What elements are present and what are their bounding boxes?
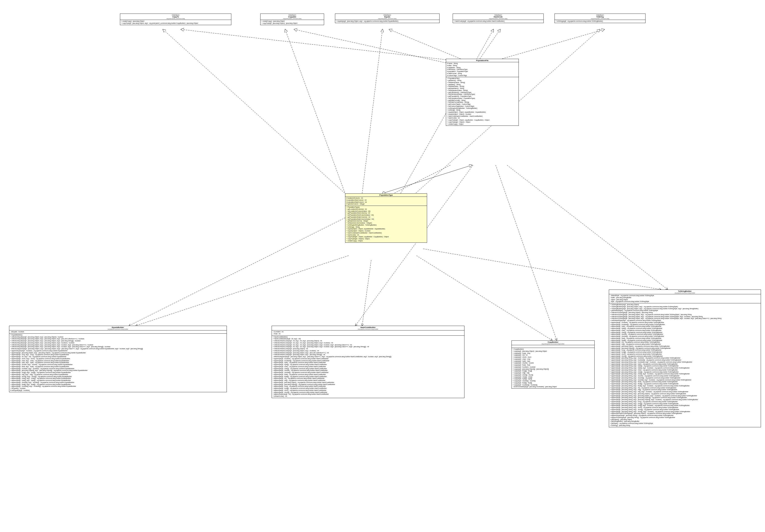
member: + append(arg0 : java.lang.String, arg1 :… bbox=[610, 365, 760, 367]
member: + setAlias(value : String) bbox=[447, 86, 518, 88]
member: + append(arg0 : java.lang.Object[]) : or… bbox=[273, 384, 463, 386]
package: org.jvnet.jaxb2_commons.lang bbox=[336, 18, 438, 19]
member: + reflectionEquals(arg0 : java.lang.Obje… bbox=[10, 344, 226, 346]
member: - iTotal : int bbox=[273, 333, 463, 335]
member: + append(arg0 : long) : org.apache.commo… bbox=[273, 386, 463, 388]
member: + append(arg0 : java.lang.String, arg1 :… bbox=[610, 361, 760, 363]
package: org.jvnet.jaxb2_commons.lang bbox=[454, 18, 542, 19]
member: + append(arg0 : float) : org.apache.comm… bbox=[610, 338, 760, 340]
member: + append(arg0 : double) : org.apache.com… bbox=[273, 370, 463, 372]
member: # customTags : CustomTags bbox=[447, 75, 518, 77]
svg-line-7 bbox=[362, 29, 382, 193]
member: + append(arg0 : int) : org.apache.common… bbox=[610, 341, 760, 343]
package: org.jvnet.jaxb2_commons.lang bbox=[556, 18, 644, 19]
class-name: HashCode bbox=[454, 16, 542, 18]
stereotype: «Interface» bbox=[556, 14, 644, 16]
member: # populationSizeColumn : int bbox=[346, 199, 426, 201]
member: + copy(arg0 : double) : double bbox=[513, 362, 593, 364]
member: + equals(object : Object, equalsBuilder … bbox=[346, 228, 426, 230]
member: + toString(toStringBuilder : ToStringBui… bbox=[346, 224, 426, 226]
member: + append(arg0 : int, arg1 : int) : org.a… bbox=[10, 356, 226, 358]
member: + setSeparator(value : String) bbox=[447, 90, 518, 92]
member: + copy(arg0 : short) : short bbox=[513, 356, 593, 358]
member: + append(arg0 : float[], arg1 : float[])… bbox=[10, 384, 226, 386]
member: + append(arg0 : char[], arg1 : char[]) :… bbox=[10, 378, 226, 380]
member: + append(arg0 : char[]) : org.apache.com… bbox=[273, 368, 463, 370]
member: + append(arg0 : java.lang.String, arg1 :… bbox=[610, 367, 760, 369]
class-name: Equals bbox=[336, 16, 438, 18]
member: + append(arg0 : short) : org.apache.comm… bbox=[273, 390, 463, 392]
class-equals: «Interface»Equalsorg.jvnet.jaxb2_commons… bbox=[335, 14, 439, 23]
member: # speciesColumn : Integer bbox=[346, 203, 426, 205]
member: + append(arg0 : byte[]) : org.apache.com… bbox=[273, 364, 463, 366]
member: + HashCodeBuilder(arg0 : int, arg1 : int… bbox=[273, 338, 463, 340]
svg-line-3 bbox=[480, 29, 500, 59]
member: + reflectionToString(arg0 : java.lang.Ob… bbox=[610, 314, 760, 316]
member: + reflectionHashCode(arg0 : java.lang.Ob… bbox=[273, 352, 463, 354]
member: + reflectionHashCode(arg0 : java.lang.Ob… bbox=[273, 348, 463, 350]
member: - style : org.apache.commons.lang.builde… bbox=[610, 301, 760, 303]
member: + getSeparator() : String bbox=[447, 88, 518, 90]
member: + setPopulationDateColumn(value : int) bbox=[346, 218, 426, 220]
member: + equals(object : Object) : boolean bbox=[346, 230, 426, 232]
member: + append(arg0 : boolean[]) : org.apache.… bbox=[610, 324, 760, 326]
member: + reflectionHashCode(arg0 : int, arg1 : … bbox=[273, 342, 463, 344]
member: + copy(arg0 : boolean[]) : boolean[] bbox=[513, 384, 593, 386]
member: + setDateFormat(value : String) bbox=[447, 101, 518, 103]
member: - iConstant : int bbox=[273, 331, 463, 333]
svg-line-6 bbox=[285, 29, 346, 197]
member: + append(arg0 : byte[]) : org.apache.com… bbox=[610, 328, 760, 330]
member: + append(arg0 : java.lang.Object) : org.… bbox=[610, 345, 760, 348]
member: + EqualsBuilder() bbox=[10, 334, 226, 336]
connectors bbox=[0, 0, 765, 532]
member: + toHashCode() : int bbox=[273, 396, 463, 398]
member: + reflectionHashCode(arg0 : int, arg1 : … bbox=[273, 344, 463, 346]
member: + append(arg0 : float) : org.apache.comm… bbox=[273, 374, 463, 376]
svg-line-18 bbox=[382, 165, 472, 193]
member: + appendSuper(arg0 : boolean) : org.apac… bbox=[10, 350, 226, 352]
methods: + PopulationFile()+ getName() : String+ … bbox=[446, 77, 518, 126]
member: + append(arg0 : double[]) : org.apache.c… bbox=[273, 372, 463, 374]
member: + isEquals() : boolean bbox=[10, 388, 226, 390]
stereotype: «Interface» bbox=[121, 14, 230, 16]
svg-line-2 bbox=[389, 29, 460, 59]
class-name: HashCodeBuilder bbox=[273, 326, 463, 329]
member: + copy(arg0 : byte[]) : byte[] bbox=[513, 378, 593, 380]
member: + getPopulation() : PopulationType bbox=[447, 96, 518, 98]
member: + append(arg0 : char) : org.apache.commo… bbox=[273, 366, 463, 368]
methods: + EqualsBuilder()+ reflectionEquals(arg0… bbox=[9, 334, 227, 392]
member: + append(arg0 : long) : org.apache.commo… bbox=[610, 349, 760, 351]
member: + reflectionEquals(arg0 : java.lang.Obje… bbox=[10, 342, 226, 344]
member: + copyTo(target : Object) : Object bbox=[346, 238, 426, 240]
svg-line-0 bbox=[181, 29, 448, 60]
member: # setEquals(arg0 : boolean) bbox=[10, 390, 226, 392]
methods: + HashCodeBuilder()+ HashCodeBuilder(arg… bbox=[272, 336, 464, 398]
member: + toString() : String bbox=[346, 226, 426, 228]
methods: + CopyBuilder()+ copy(arg0 : java.lang.O… bbox=[512, 348, 594, 389]
member: + copy(arg0 : float[]) : float[] bbox=[513, 382, 593, 384]
class-name: Copyable bbox=[262, 16, 323, 18]
member: + copy(arg0 : short[]) : short[] bbox=[513, 374, 593, 376]
member: + hashCode(hashCodeBuilder : HashCodeBui… bbox=[447, 116, 518, 118]
member: + equals(arg0 : java.lang.Object, arg1 :… bbox=[336, 20, 438, 22]
package: org.jvnet.jaxb2_commons.lang bbox=[121, 18, 230, 19]
stereotype: «Interface» bbox=[336, 14, 438, 16]
member: + append(arg0 : boolean, arg1 : boolean)… bbox=[10, 368, 226, 370]
methods: + createCopy() : java.lang.Object+ copyT… bbox=[120, 20, 231, 25]
member: + getSpeciesColumn() : Integer bbox=[346, 220, 426, 222]
member: # separator : String bbox=[447, 67, 518, 69]
member: + append(arg0 : byte) : org.apache.commo… bbox=[610, 326, 760, 328]
member: + append(arg0 : java.lang.String, arg1 :… bbox=[610, 379, 760, 381]
methods: + ToStringBuilder(arg0 : java.lang.Objec… bbox=[609, 303, 761, 427]
class-equalsbuilder: EqualsBuilderorg.apache.commons.lang.bui… bbox=[9, 326, 227, 392]
member: + append(arg0 : java.lang.String, arg1 :… bbox=[610, 395, 760, 397]
member: + reflectionEquals(arg0 : java.lang.Obje… bbox=[10, 336, 226, 338]
fields: - iConstant : int- iTotal : int bbox=[272, 331, 464, 336]
member: + setLifeHistory(value : LifeHistoryType… bbox=[447, 94, 518, 96]
class-name: ToStringBuilder bbox=[610, 290, 760, 292]
member: + copy(arg0 : float) : float bbox=[513, 364, 593, 366]
member: + setName(value : String) bbox=[447, 82, 518, 84]
member: + append(arg0 : java.lang.Object) : org.… bbox=[273, 382, 463, 384]
member: + append(arg0 : java.lang.String, arg1 :… bbox=[610, 371, 760, 373]
member: + append(arg0 : java.lang.Object, arg1 :… bbox=[10, 352, 226, 354]
